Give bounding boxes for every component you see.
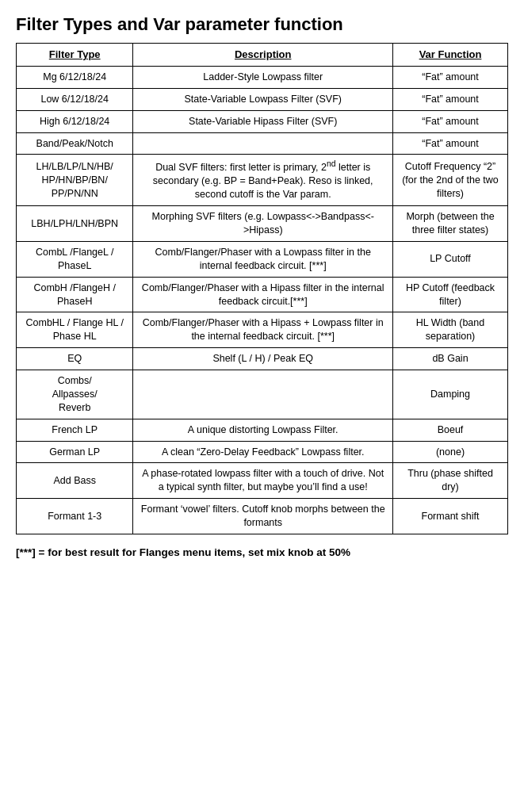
footer-note: [***] = for best result for Flanges menu… — [16, 546, 508, 561]
cell-description: State-Variable Lowpass Filter (SVF) — [133, 88, 393, 110]
cell-var-function: dB Gain — [393, 348, 508, 370]
table-row: LBH/LPH/LNH/BPNMorphing SVF filters (e.g… — [17, 206, 508, 242]
table-row: Combs/ Allpasses/ ReverbDamping — [17, 370, 508, 419]
col-header-description: Description — [133, 44, 393, 67]
cell-description: Morphing SVF filters (e.g. Lowpass<->Ban… — [133, 206, 393, 242]
col-header-filter-type: Filter Type — [17, 44, 133, 67]
table-row: French LPA unique distorting Lowpass Fil… — [17, 419, 508, 441]
cell-filter-type: CombHL / Flange HL / Phase HL — [17, 312, 133, 348]
cell-var-function: Formant shift — [393, 499, 508, 534]
cell-filter-type: Add Bass — [17, 463, 133, 499]
table-row: German LPA clean “Zero-Delay Feedback” L… — [17, 441, 508, 463]
cell-var-function: “Fat” amount — [393, 66, 508, 88]
cell-var-function: “Fat” amount — [393, 88, 508, 110]
cell-filter-type: German LP — [17, 441, 133, 463]
cell-description: Ladder-Style Lowpass filter — [133, 66, 393, 88]
cell-description: A phase-rotated lowpass filter with a to… — [133, 463, 393, 499]
filter-types-table: Filter Type Description Var Function Mg … — [16, 43, 508, 534]
table-header-row: Filter Type Description Var Function — [17, 44, 508, 67]
cell-filter-type: EQ — [17, 348, 133, 370]
cell-description: Dual SVF filters: first letter is primar… — [133, 155, 393, 206]
table-row: Formant 1-3Formant ‘vowel’ filters. Cuto… — [17, 499, 508, 534]
table-row: CombHL / Flange HL / Phase HLComb/Flange… — [17, 312, 508, 348]
cell-description: Comb/Flanger/Phaser with a Hipass filter… — [133, 277, 393, 312]
table-row: CombL /FlangeL / PhaseLComb/Flanger/Phas… — [17, 241, 508, 277]
table-row: Low 6/12/18/24State-Variable Lowpass Fil… — [17, 88, 508, 110]
table-row: Mg 6/12/18/24Ladder-Style Lowpass filter… — [17, 66, 508, 88]
col-header-var-function: Var Function — [393, 44, 508, 67]
table-row: LH/LB/LP/LN/HB/ HP/HN/BP/BN/ PP/PN/NNDua… — [17, 155, 508, 206]
cell-description: Comb/Flanger/Phaser with a Lowpass filte… — [133, 241, 393, 277]
cell-description: Comb/Flanger/Phaser with a Hipass + Lowp… — [133, 312, 393, 348]
cell-var-function: Cutoff Frequency “2” (for the 2nd of the… — [393, 155, 508, 206]
table-row: Add BassA phase-rotated lowpass filter w… — [17, 463, 508, 499]
table-row: CombH /FlangeH / PhaseHComb/Flanger/Phas… — [17, 277, 508, 312]
cell-description — [133, 370, 393, 419]
cell-filter-type: Formant 1-3 — [17, 499, 133, 534]
cell-filter-type: CombH /FlangeH / PhaseH — [17, 277, 133, 312]
cell-var-function: Damping — [393, 370, 508, 419]
cell-filter-type: Mg 6/12/18/24 — [17, 66, 133, 88]
cell-var-function: (none) — [393, 441, 508, 463]
cell-var-function: Boeuf — [393, 419, 508, 441]
table-row: Band/Peak/Notch“Fat” amount — [17, 132, 508, 155]
cell-filter-type: High 6/12/18/24 — [17, 110, 133, 132]
cell-var-function: LP Cutoff — [393, 241, 508, 277]
cell-var-function: Morph (between the three filter states) — [393, 206, 508, 242]
cell-var-function: HP Cutoff (feedback filter) — [393, 277, 508, 312]
cell-var-function: HL Width (band separation) — [393, 312, 508, 348]
cell-description: A unique distorting Lowpass Filter. — [133, 419, 393, 441]
cell-var-function: Thru (phase shifted dry) — [393, 463, 508, 499]
page-title: Filter Types and Var parameter function — [16, 14, 508, 35]
cell-description: Shelf (L / H) / Peak EQ — [133, 348, 393, 370]
cell-description: A clean “Zero-Delay Feedback” Lowpass fi… — [133, 441, 393, 463]
cell-filter-type: Band/Peak/Notch — [17, 132, 133, 155]
cell-description — [133, 132, 393, 155]
cell-filter-type: LH/LB/LP/LN/HB/ HP/HN/BP/BN/ PP/PN/NN — [17, 155, 133, 206]
cell-filter-type: Low 6/12/18/24 — [17, 88, 133, 110]
cell-var-function: “Fat” amount — [393, 132, 508, 155]
cell-var-function: “Fat” amount — [393, 110, 508, 132]
cell-filter-type: CombL /FlangeL / PhaseL — [17, 241, 133, 277]
cell-description: State-Variable Hipass Filter (SVF) — [133, 110, 393, 132]
table-row: EQShelf (L / H) / Peak EQdB Gain — [17, 348, 508, 370]
cell-filter-type: Combs/ Allpasses/ Reverb — [17, 370, 133, 419]
cell-filter-type: French LP — [17, 419, 133, 441]
table-row: High 6/12/18/24State-Variable Hipass Fil… — [17, 110, 508, 132]
cell-filter-type: LBH/LPH/LNH/BPN — [17, 206, 133, 242]
cell-description: Formant ‘vowel’ filters. Cutoff knob mor… — [133, 499, 393, 534]
